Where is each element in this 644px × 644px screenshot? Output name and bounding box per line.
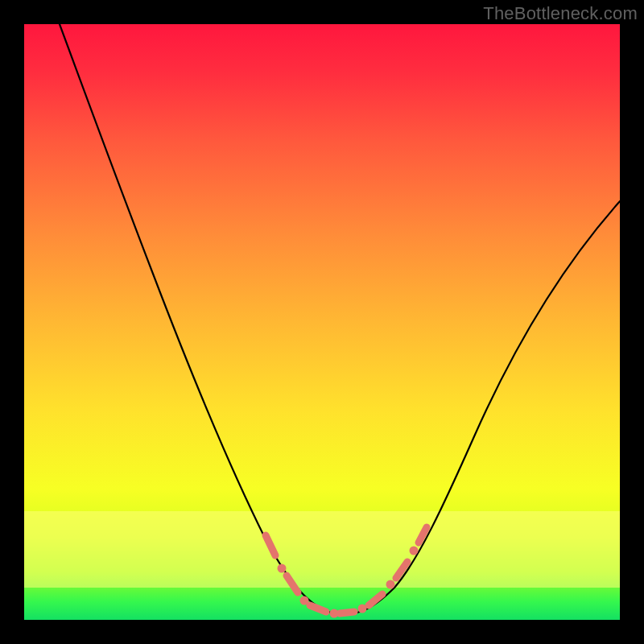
plot-area [24,24,620,620]
highlight-markers [266,527,427,618]
svg-point-5 [410,547,419,555]
svg-point-4 [386,580,395,589]
watermark-text: TheBottleneck.com [483,3,638,24]
curve-svg [24,24,620,620]
chart-frame: TheBottleneck.com [0,0,644,644]
bottleneck-curve [60,24,620,614]
svg-point-0 [278,564,287,573]
